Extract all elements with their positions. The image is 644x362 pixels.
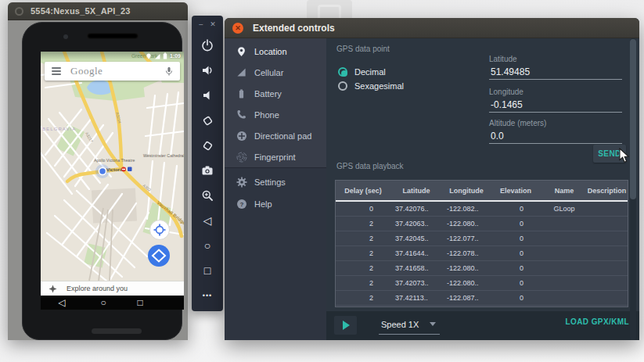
signal-icon [154,53,160,59]
load-gpx-kml-button[interactable]: LOAD GPX/KML [566,317,629,326]
rotate-right-icon [201,139,214,152]
altitude-input[interactable]: 0.0 [491,131,504,142]
sidebar-item-fingerprint[interactable]: Fingerprint [225,146,326,167]
sidebar-item-label: Settings [254,177,286,187]
sidebar-item-help[interactable]: ? Help [225,193,326,214]
altitude-label: Altitude (meters) [489,119,546,127]
volume-down-button[interactable] [192,83,223,108]
column-header: Longitude [442,181,491,200]
volume-down-icon [201,89,214,102]
speed-select[interactable]: Speed 1X [381,316,437,335]
play-button[interactable] [334,316,357,335]
sidebar-item-location[interactable]: Location [225,41,326,62]
map-label-belgravia: BELGRAVIA [42,127,76,131]
table-row[interactable]: 2 37.42113.. -122.087.. 0 [336,291,628,306]
sidebar-item-label: Location [254,47,287,56]
rotate-left-icon [201,114,214,127]
more-button[interactable]: ••• [192,283,223,308]
emulator-toolbar: – ✕ [192,16,223,311]
home-button[interactable]: ○ [192,233,223,258]
play-icon [343,321,350,330]
radio-decimal[interactable]: Decimal [338,67,386,77]
phone-handset-icon [236,109,247,120]
my-location-button[interactable] [150,220,170,240]
extended-controls-titlebar[interactable]: ✕ Extended controls [225,18,639,38]
column-header: Description [588,181,626,200]
chevron-down-icon [430,322,436,326]
sidebar-item-label: Fingerprint [254,152,296,162]
column-header: Elevation [491,181,541,200]
battery-icon [236,88,247,99]
back-button[interactable]: ◁ [192,208,223,233]
sidebar-divider [225,167,326,168]
android-nav-bar: ◁ ○ □ [41,296,184,310]
device-screen[interactable]: Green Park Buckingham Palace BELGRAVIA A… [41,52,184,310]
table-row[interactable]: 2 37.41658.. -122.080.. 0 [336,261,628,276]
table-row[interactable]: 2 37.42073.. -122.080.. 0 [336,276,628,291]
table-row[interactable]: 2 37.42045.. -122.077.. 0 [336,231,628,246]
explore-bar[interactable]: Explore around you [41,281,184,296]
volume-up-button[interactable] [192,58,223,83]
overview-button[interactable]: □ [192,258,223,283]
emulator-titlebar[interactable]: 5554:Nexus_5X_API_23 [8,2,188,20]
android-back-button[interactable]: ◁ [54,296,70,310]
radio-sexagesimal[interactable]: Sexagesimal [338,81,404,91]
table-row[interactable]: 0 37.42076.. -122.082.. 0 GLoop [336,202,628,217]
table-row[interactable]: 2 37.42063.. -122.080.. 0 [336,217,628,231]
sidebar-item-label: Phone [254,110,279,120]
playback-table[interactable]: Delay (sec) Latitude Longitude Elevation… [335,180,628,307]
column-header: Name [541,181,588,200]
search-bar[interactable]: Google [45,62,180,81]
svg-text:?: ? [239,200,243,207]
overview-icon: □ [204,265,210,276]
scrollbar-thumb[interactable] [630,39,636,199]
close-button[interactable]: ✕ [232,23,243,34]
front-camera [63,34,68,39]
status-time: 1:09 [170,53,181,59]
map[interactable]: Green Park Buckingham Palace BELGRAVIA A… [41,52,184,281]
toolbar-close-button[interactable]: ✕ [210,20,216,28]
longitude-input[interactable]: -0.1465 [491,99,523,110]
table-row[interactable]: 2 37.41644.. -122.078.. 0 [336,246,628,261]
rotate-right-button[interactable] [192,133,223,158]
latitude-input[interactable]: 51.49485 [491,66,530,77]
radio-sexagesimal-circle[interactable] [338,81,347,91]
directions-fab[interactable] [148,245,170,267]
scrollbar-track[interactable] [630,38,636,340]
gear-icon [236,176,247,188]
sidebar-item-phone[interactable]: Phone [225,104,326,125]
sidebar-item-label: Directional pad [254,131,311,141]
playback-bottom-bar: Speed 1X LOAD GPX/KML [326,311,639,340]
android-overview-button[interactable]: □ [132,296,148,310]
zoom-button[interactable] [192,183,223,208]
extended-controls-sidebar: Location Cellular Battery [225,38,326,340]
speed-label: Speed 1X [381,320,419,329]
radio-decimal-circle[interactable] [338,67,347,77]
longitude-label: Longitude [489,88,523,96]
microphone-icon[interactable] [165,66,173,77]
sidebar-item-directional-pad[interactable]: Directional pad [225,125,326,146]
android-home-button[interactable]: ○ [95,296,111,310]
mouse-cursor [619,148,630,163]
menu-icon[interactable] [52,67,61,75]
toolbar-minimize-button[interactable]: – [199,20,203,28]
screenshot-button[interactable] [192,158,223,183]
sidebar-item-label: Help [254,199,272,209]
sidebar-item-settings[interactable]: Settings [225,171,326,192]
map-label-apollo: Apollo Victoria Theatre [94,158,135,163]
rotate-left-button[interactable] [192,108,223,133]
earpiece-speaker [87,33,139,39]
emulator-window-title: 5554:Nexus_5X_API_23 [31,6,131,16]
window-menu-icon[interactable] [15,7,23,16]
sidebar-item-battery[interactable]: Battery [225,83,326,104]
emulator-window: 5554:Nexus_5X_API_23 [8,2,188,340]
zoom-icon [201,189,214,202]
sidebar-item-cellular[interactable]: Cellular [225,62,326,83]
location-status-icon [146,53,152,59]
help-icon: ? [236,198,247,210]
power-button[interactable] [192,33,223,58]
desktop: 5554:Nexus_5X_API_23 [0,0,644,362]
device-frame: Green Park Buckingham Palace BELGRAVIA A… [22,22,182,340]
column-header: Delay (sec) [336,181,390,200]
sidebar-item-label: Battery [254,89,282,99]
